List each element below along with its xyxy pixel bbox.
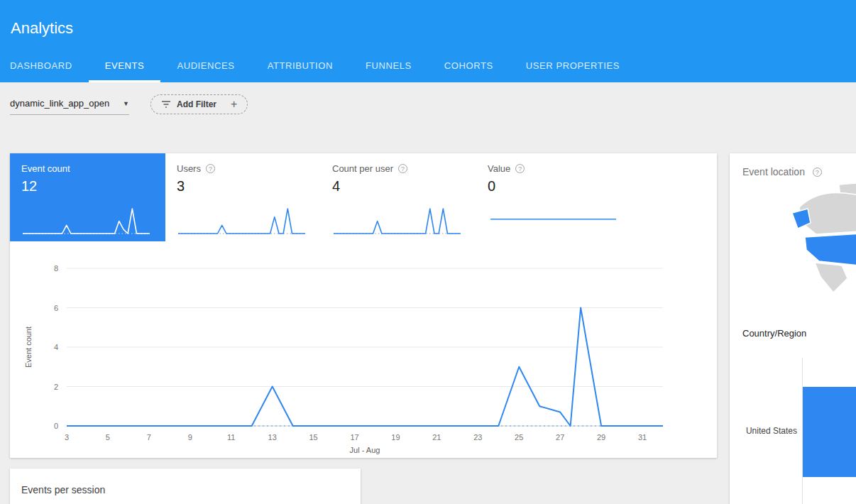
events-per-session-card: Events per session [10,469,361,504]
add-filter-button[interactable]: Add Filter + [150,94,248,114]
united-states-bar[interactable] [803,387,856,477]
svg-text:3: 3 [65,433,69,442]
svg-text:0: 0 [54,422,58,430]
events-per-session-title: Events per session [10,469,361,504]
svg-text:8: 8 [54,264,58,273]
svg-text:19: 19 [391,433,400,442]
svg-text:23: 23 [473,433,482,442]
app-title: Analytics [11,19,73,38]
tab-events[interactable]: EVENTS [89,50,161,82]
metric-label: Count per user [332,163,393,174]
event-location-title: Event location [742,166,805,177]
country-region-label: Country/Region [742,328,806,339]
help-icon[interactable]: ? [206,164,215,173]
metric-label: Event count [21,163,70,174]
svg-text:Jul - Aug: Jul - Aug [350,446,380,454]
app-header: Analytics DASHBOARD EVENTS AUDIENCES ATT… [0,0,856,82]
tab-dashboard[interactable]: DASHBOARD [0,50,89,82]
metric-value: 12 [21,178,154,195]
sparkline-users [177,204,309,237]
sparkline-value [488,204,620,237]
metric-value: 4 [332,178,465,195]
metric-tile-users[interactable]: Users? 3 [165,153,321,241]
sparkline-event-count [21,204,154,237]
dropdown-caret-icon: ▼ [123,100,129,107]
tab-audiences[interactable]: AUDIENCES [160,50,251,82]
country-label: United States [730,426,797,436]
events-overview-card: Event count 12 Users? 3 Count per user? … [10,153,717,458]
metric-tile-event-count[interactable]: Event count 12 [10,153,165,241]
north-america-map [774,182,856,306]
metric-value: 0 [488,178,620,195]
help-icon[interactable]: ? [515,164,525,173]
svg-text:4: 4 [54,343,58,351]
svg-text:17: 17 [350,433,358,442]
svg-text:2: 2 [54,383,58,391]
map-united-states [805,233,856,265]
filter-icon [161,100,171,109]
sparkline-count-per-user [332,204,465,237]
tab-user-properties[interactable]: USER PROPERTIES [510,50,636,82]
tab-bar: DASHBOARD EVENTS AUDIENCES ATTRIBUTION F… [0,50,636,82]
svg-text:15: 15 [309,433,317,442]
svg-text:29: 29 [597,433,605,442]
add-filter-label: Add Filter [177,99,216,109]
svg-text:11: 11 [227,433,235,442]
map-mexico [815,263,847,292]
tab-funnels[interactable]: FUNNELS [349,50,428,82]
svg-text:Event count: Event count [24,327,33,368]
svg-text:6: 6 [54,304,58,312]
svg-text:5: 5 [106,433,110,442]
metric-value: 3 [177,178,309,195]
svg-text:31: 31 [638,433,647,442]
svg-text:27: 27 [556,433,564,442]
help-icon[interactable]: ? [813,168,822,177]
metric-tiles: Event count 12 Users? 3 Count per user? … [10,153,632,241]
metric-tile-count-per-user[interactable]: Count per user? 4 [321,153,476,241]
svg-text:7: 7 [147,433,151,442]
event-count-line-chart: 0246835791113151719212325272931Jul - Aug… [10,260,717,458]
help-icon[interactable]: ? [398,164,407,173]
metric-label: Users [177,163,201,174]
svg-text:25: 25 [515,433,523,442]
metric-label: Value [488,163,510,174]
analytics-app: Analytics DASHBOARD EVENTS AUDIENCES ATT… [0,0,856,504]
svg-text:21: 21 [432,433,441,442]
tab-attribution[interactable]: ATTRIBUTION [251,50,349,82]
svg-text:13: 13 [268,433,277,442]
tab-cohorts[interactable]: COHORTS [428,50,510,82]
event-selector-value: dynamic_link_app_open [10,98,109,109]
event-selector-dropdown[interactable]: dynamic_link_app_open ▼ [10,98,129,115]
metric-tile-value[interactable]: Value? 0 [476,153,632,241]
svg-text:9: 9 [188,433,192,442]
plus-icon: + [231,98,237,111]
event-location-card: Event location ? Country/Region United S… [730,153,856,504]
